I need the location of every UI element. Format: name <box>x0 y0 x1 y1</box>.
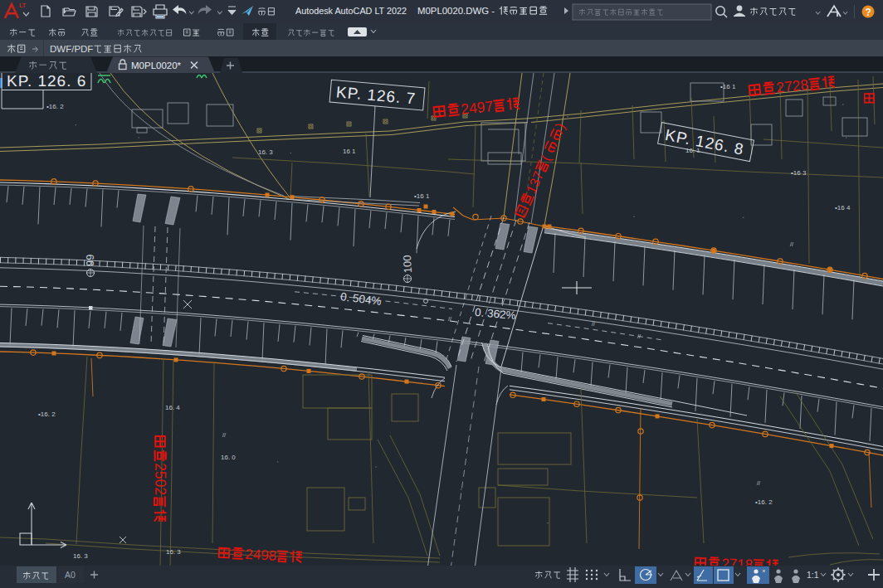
svg-text://: // <box>790 241 793 247</box>
svg-text://: // <box>448 316 451 322</box>
svg-text:99: 99 <box>84 255 96 266</box>
svg-text://: // <box>637 333 641 339</box>
svg-text:KP. 126. 6: KP. 126. 6 <box>7 72 86 90</box>
svg-text:16 1: 16 1 <box>343 148 356 155</box>
svg-text://: // <box>222 432 226 438</box>
svg-text:2502: 2502 <box>152 463 168 495</box>
svg-text:DWF/PDF: DWF/PDF <box>50 44 93 54</box>
svg-text:•16. 2: •16. 2 <box>46 103 64 110</box>
svg-text:•16 4: •16 4 <box>835 204 851 211</box>
svg-text:100: 100 <box>401 255 414 273</box>
svg-text://: // <box>592 321 595 327</box>
svg-text:16. 1: 16. 1 <box>685 147 700 154</box>
svg-text:16. 3: 16. 3 <box>166 548 181 556</box>
svg-text:16. 4: 16. 4 <box>165 404 180 411</box>
svg-text:•16 1: •16 1 <box>720 83 736 90</box>
svg-text:2497: 2497 <box>460 98 494 118</box>
svg-text:16. 3: 16. 3 <box>258 148 273 156</box>
svg-text:1:1: 1:1 <box>807 570 819 580</box>
svg-text:A0: A0 <box>65 570 76 580</box>
svg-text:•16. 2: •16. 2 <box>38 411 56 418</box>
svg-text:16. 0: 16. 0 <box>221 454 236 461</box>
svg-text:M0PL0020.DWG -: M0PL0020.DWG - <box>417 5 495 16</box>
svg-text:16. 3: 16. 3 <box>73 552 88 560</box>
svg-text:LT: LT <box>19 2 27 8</box>
svg-text:M0PL0020*: M0PL0020* <box>131 61 182 70</box>
svg-text:Autodesk AutoCAD LT 2022: Autodesk AutoCAD LT 2022 <box>295 5 407 16</box>
svg-text:2728: 2728 <box>775 76 809 96</box>
svg-text:•16. 2: •16. 2 <box>755 498 773 506</box>
svg-text:•16 1: •16 1 <box>414 192 430 200</box>
svg-text:2498: 2498 <box>245 547 277 564</box>
svg-text:•16 3: •16 3 <box>791 169 807 177</box>
svg-text:?: ? <box>866 7 871 18</box>
svg-text://: // <box>757 480 760 486</box>
